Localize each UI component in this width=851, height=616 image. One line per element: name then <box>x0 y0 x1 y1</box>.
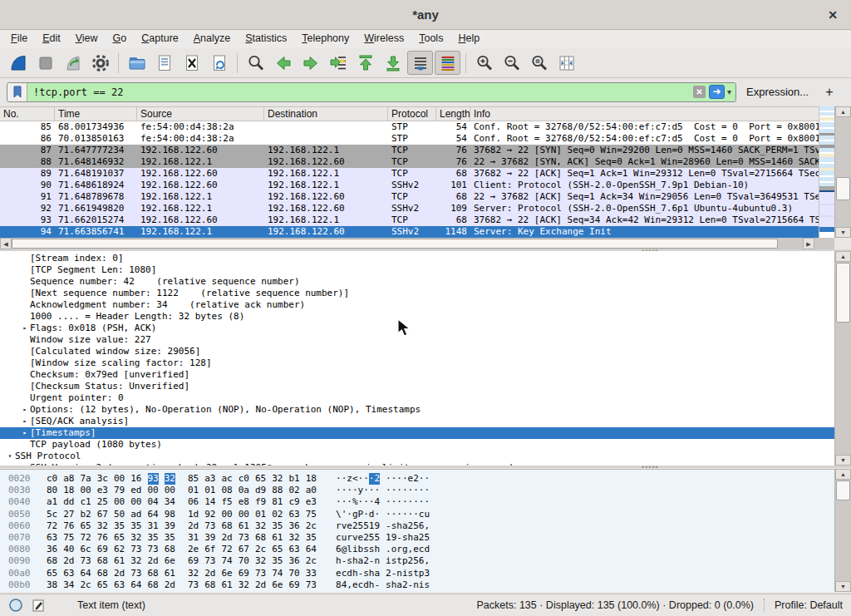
hex-byte[interactable]: 63 <box>289 509 300 520</box>
hex-byte[interactable]: 61 <box>114 555 125 567</box>
start-capture-button[interactable] <box>5 51 31 75</box>
hex-byte[interactable]: 72 <box>222 544 233 555</box>
hex-byte[interactable]: 31 <box>188 532 199 544</box>
hex-byte[interactable]: 73 <box>239 532 249 544</box>
hex-byte[interactable]: 73 <box>130 568 141 579</box>
hex-byte[interactable]: 39 <box>204 532 215 544</box>
column-header-length[interactable]: Length <box>436 107 470 121</box>
detail-row[interactable]: Sequence number: 42 (relative sequence n… <box>0 276 834 288</box>
detail-row[interactable]: Acknowledgment number: 34 (relative ack … <box>0 299 834 311</box>
detail-row[interactable]: 1000 .... = Header Length: 32 bytes (8) <box>0 311 834 323</box>
titlebar[interactable]: *any ✕ <box>0 0 851 30</box>
hex-byte[interactable]: 35 <box>165 532 175 544</box>
hex-byte[interactable]: 39 <box>165 520 175 532</box>
hex-byte[interactable]: ed <box>130 485 141 496</box>
hex-byte[interactable]: 00 <box>81 485 91 496</box>
column-header-info[interactable]: Info <box>470 107 834 121</box>
hex-byte[interactable]: a1 <box>47 496 57 508</box>
hex-byte[interactable]: 06 <box>188 496 199 508</box>
hex-byte[interactable]: 32 <box>272 473 283 485</box>
hex-byte[interactable]: 75 <box>306 509 317 520</box>
hex-row-0040[interactable]: 0040a1ddc125000004340614f5e8f981c9e3···%… <box>0 496 834 508</box>
hex-byte[interactable]: 34 <box>165 496 175 508</box>
detail-row[interactable]: ▸Options: (12 bytes), No-Operation (NOP)… <box>0 404 834 416</box>
hex-byte[interactable]: 2d <box>114 568 125 579</box>
hex-byte[interactable]: 63 <box>63 568 74 579</box>
hex-byte[interactable]: 14 <box>204 496 215 508</box>
save-file-button[interactable] <box>151 51 177 75</box>
hex-byte[interactable]: 73 <box>306 579 317 591</box>
open-file-button[interactable] <box>124 51 150 75</box>
hex-byte[interactable]: 32 <box>130 555 141 567</box>
hex-byte[interactable]: 72 <box>47 520 57 532</box>
hex-byte[interactable]: 6c <box>81 544 91 555</box>
hex-byte[interactable]: 2e <box>188 544 199 555</box>
detail-row[interactable]: TCP payload (1080 bytes) <box>0 439 834 451</box>
scroll-right-icon[interactable]: ▶ <box>803 238 814 249</box>
hex-byte[interactable]: 93 <box>148 473 159 485</box>
hex-byte[interactable]: 73 <box>255 568 266 579</box>
hex-byte[interactable]: 32 <box>188 568 199 579</box>
hex-byte[interactable]: 36 <box>289 555 300 567</box>
hex-byte[interactable]: 02 <box>272 509 283 520</box>
packet-row-94[interactable]: 9471.663856741192.168.122.1192.168.122.6… <box>0 226 819 238</box>
restart-capture-button[interactable] <box>60 51 86 75</box>
hex-byte[interactable]: 35 <box>130 520 141 532</box>
hex-byte[interactable]: 61 <box>222 579 233 591</box>
scroll-down-icon[interactable]: ▼ <box>835 455 851 466</box>
hex-byte[interactable]: 65 <box>47 568 57 579</box>
hex-byte[interactable]: c9 <box>289 496 300 508</box>
hex-byte[interactable]: 38 <box>47 579 57 591</box>
hex-byte[interactable]: 61 <box>239 520 249 532</box>
hex-byte[interactable]: b1 <box>289 473 300 485</box>
hex-byte[interactable]: 65 <box>114 532 125 544</box>
hex-byte[interactable]: 2d <box>204 568 215 579</box>
hex-byte[interactable]: 2d <box>222 532 233 544</box>
hex-byte[interactable]: 2d <box>148 555 159 567</box>
hex-byte[interactable]: 6e <box>222 568 233 579</box>
detail-row[interactable]: [Checksum Status: Unverified] <box>0 381 834 392</box>
hex-byte[interactable]: 2d <box>165 579 175 591</box>
hex-byte[interactable]: 36 <box>289 520 300 532</box>
hex-byte[interactable]: 1d <box>188 509 199 520</box>
expander-right-icon[interactable]: ▸ <box>20 404 30 416</box>
menu-analyze[interactable]: Analyze <box>186 30 238 48</box>
close-icon[interactable]: ✕ <box>823 0 843 30</box>
scroll-up-icon[interactable]: ▲ <box>835 106 851 117</box>
hex-byte[interactable]: 69 <box>239 568 249 579</box>
menu-go[interactable]: Go <box>106 30 135 48</box>
hex-byte[interactable]: 81 <box>272 496 283 508</box>
hex-byte[interactable]: 35 <box>272 520 283 532</box>
hex-byte[interactable]: 2c <box>306 520 317 532</box>
hex-byte[interactable]: 32 <box>165 473 175 485</box>
hex-byte[interactable]: 2d <box>255 579 266 591</box>
menu-telephony[interactable]: Telephony <box>294 30 357 48</box>
filter-clear-button[interactable]: ✕ <box>693 86 706 98</box>
hex-byte[interactable]: 00 <box>239 509 249 520</box>
expression-button[interactable]: Expression... <box>746 86 809 98</box>
detail-row[interactable]: [Calculated window size: 29056] <box>0 346 834 357</box>
hex-byte[interactable]: 18 <box>63 485 74 496</box>
hex-byte[interactable]: 00 <box>130 496 141 508</box>
packet-row-91[interactable]: 9171.648789678192.168.122.1192.168.122.6… <box>0 191 819 203</box>
hex-byte[interactable]: 2c <box>81 579 91 591</box>
detail-row[interactable]: [TCP Segment Len: 1080] <box>0 264 834 276</box>
hex-byte[interactable]: 68 <box>222 520 233 532</box>
hex-byte[interactable]: 40 <box>63 544 74 555</box>
column-header-source[interactable]: Source <box>137 107 264 121</box>
scroll-down-icon[interactable]: ▼ <box>835 581 851 592</box>
hex-byte[interactable]: 01 <box>204 485 215 496</box>
hex-byte[interactable]: b2 <box>81 509 91 520</box>
hex-byte[interactable]: 65 <box>81 520 91 532</box>
hex-byte[interactable]: 00 <box>165 485 175 496</box>
expander-right-icon[interactable]: ▸ <box>20 323 30 334</box>
menu-view[interactable]: View <box>68 30 106 48</box>
hex-row-00b0[interactable]: 00b038342c656364682d736861322d6e697384,e… <box>0 579 834 591</box>
hex-byte[interactable]: 73 <box>81 555 91 567</box>
packet-row-89[interactable]: 8971.648191037192.168.122.60192.168.122.… <box>0 168 819 180</box>
hex-byte[interactable]: 70 <box>289 568 300 579</box>
hex-byte[interactable]: 27 <box>63 509 74 520</box>
hex-byte[interactable]: 88 <box>272 485 283 496</box>
hex-byte[interactable]: c0 <box>47 473 57 485</box>
detail-row[interactable]: ▸[Timestamps] <box>0 427 834 439</box>
